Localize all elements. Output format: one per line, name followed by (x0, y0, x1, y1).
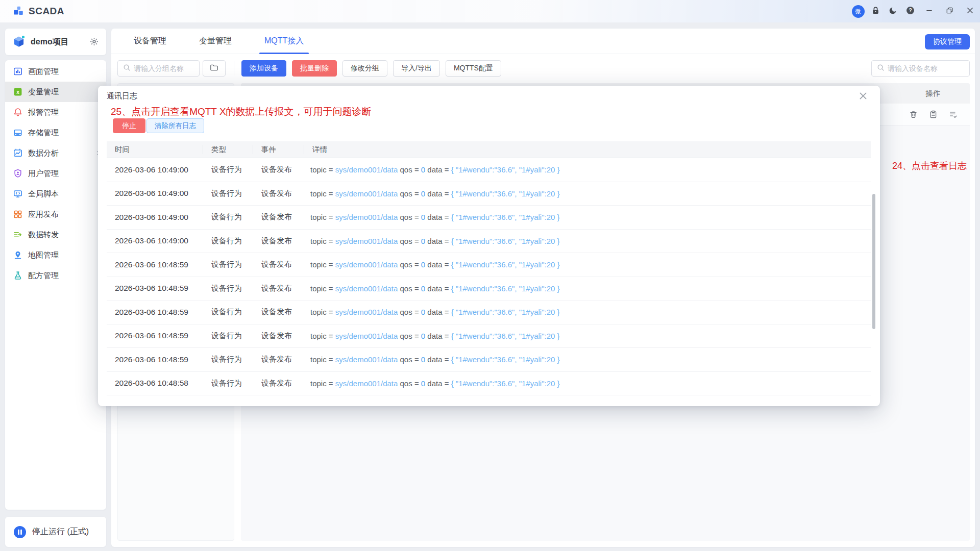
svg-text:?: ? (909, 7, 912, 13)
log-time: 2026-03-06 10:49:00 (107, 213, 203, 222)
sidebar-item-recipe[interactable]: 配方管理 (5, 265, 106, 286)
log-detail: topic = sys/demo001/data qos = 0 data = … (304, 355, 871, 364)
tab-mqtt-access[interactable]: MQTT接入 (262, 29, 306, 54)
project-card: demo项目 (5, 29, 106, 55)
log-col-header: 事件 (253, 145, 304, 154)
log-type: 设备行为 (203, 379, 253, 388)
toolbar-button-3[interactable]: 导入/导出 (393, 60, 440, 77)
screen-icon (13, 67, 22, 76)
titlebar: SCADA 微 ? (0, 0, 980, 22)
device-search-input[interactable] (888, 64, 964, 72)
sidebar-item-alarm[interactable]: 报警管理 (5, 102, 106, 122)
log-detail-segment: data = (425, 165, 451, 174)
stop-log-button[interactable]: 停止 (113, 118, 145, 133)
app-title: SCADA (29, 6, 64, 17)
log-detail: topic = sys/demo001/data qos = 0 data = … (304, 260, 871, 269)
device-search (871, 60, 970, 77)
sidebar-item-user[interactable]: 用户管理 (5, 163, 106, 184)
app-window: SCADA 微 ? demo项目 画面管理x变量管理报警管理存储管理数据分析用户… (0, 0, 980, 551)
log-detail-segment: { "1#wendu":"36.6", "1#yali":20 } (451, 260, 560, 269)
log-table-row: 2026-03-06 10:48:59设备行为设备发布topic = sys/d… (107, 300, 871, 324)
scada-logo-icon (13, 6, 23, 16)
log-detail-segment: topic = (310, 284, 335, 293)
group-folder-button[interactable] (203, 60, 226, 77)
group-search-input[interactable] (134, 64, 194, 72)
project-settings-gear-icon[interactable] (90, 37, 99, 46)
modal-close-button[interactable] (857, 91, 869, 103)
sidebar-item-screen[interactable]: 画面管理 (5, 61, 106, 82)
theme-button[interactable] (884, 0, 901, 22)
sidebar-item-forward[interactable]: 数据转发 (5, 224, 106, 245)
log-detail: topic = sys/demo001/data qos = 0 data = … (304, 332, 871, 340)
log-detail: topic = sys/demo001/data qos = 0 data = … (304, 284, 871, 293)
help-button[interactable]: ? (901, 0, 919, 22)
log-detail-segment: sys/demo001/data (335, 379, 398, 388)
toolbar-divider (234, 61, 234, 76)
view-log-icon[interactable] (949, 110, 958, 119)
sidebar-item-label: 地图管理 (28, 251, 59, 260)
sidebar-item-map[interactable]: 地图管理 (5, 245, 106, 265)
log-time: 2026-03-06 10:49:00 (107, 165, 203, 174)
runtime-status[interactable]: 停止运行 (正式) (5, 517, 106, 547)
log-detail-segment: topic = (310, 332, 335, 340)
minimize-button[interactable] (919, 0, 939, 22)
log-detail-segment: { "1#wendu":"36.6", "1#yali":20 } (451, 308, 560, 316)
log-detail-segment: data = (425, 213, 451, 221)
log-event: 设备发布 (253, 331, 304, 341)
log-detail-segment: data = (425, 284, 451, 293)
toolbar-button-2[interactable]: 修改分组 (342, 60, 387, 77)
log-type: 设备行为 (203, 307, 253, 317)
log-detail-segment: 0 (421, 260, 425, 269)
sidebar-item-variable[interactable]: x变量管理 (5, 82, 106, 102)
log-detail-segment: qos = (398, 189, 421, 198)
toolbar-button-1[interactable]: 批量删除 (292, 60, 337, 77)
tab-variable-manage[interactable]: 变量管理 (197, 29, 234, 54)
storage-icon (13, 128, 22, 137)
close-window-button[interactable] (960, 0, 980, 22)
log-detail-segment: 0 (421, 379, 425, 388)
log-time: 2026-03-06 10:48:59 (107, 260, 203, 269)
delete-device-icon[interactable] (909, 110, 918, 119)
log-detail-segment: data = (425, 355, 451, 364)
close-icon (966, 7, 974, 16)
log-time: 2026-03-06 10:48:59 (107, 331, 203, 340)
log-detail-segment: topic = (310, 379, 335, 388)
log-detail: topic = sys/demo001/data qos = 0 data = … (304, 165, 871, 174)
sidebar-item-label: 存储管理 (28, 128, 59, 138)
clear-all-logs-button[interactable]: 清除所有日志 (146, 118, 204, 133)
sidebar-item-analysis[interactable]: 数据分析 (5, 143, 106, 163)
search-icon (123, 64, 131, 73)
log-type: 设备行为 (203, 212, 253, 222)
analysis-icon (13, 148, 22, 158)
pause-circle-icon (13, 525, 27, 539)
maximize-button[interactable] (939, 0, 960, 22)
tab-device-manage[interactable]: 设备管理 (132, 29, 168, 54)
log-detail-segment: sys/demo001/data (335, 237, 398, 245)
lock-button[interactable] (867, 0, 884, 22)
log-detail-segment: sys/demo001/data (335, 308, 398, 316)
toolbar-button-4[interactable]: MQTTS配置 (446, 60, 501, 77)
log-detail-segment: qos = (398, 379, 421, 388)
sidebar-item-publish[interactable]: 应用发布 (5, 204, 106, 224)
protocol-manage-button[interactable]: 协议管理 (925, 34, 970, 49)
log-detail-segment: topic = (310, 308, 335, 316)
log-detail-segment: 0 (421, 355, 425, 364)
log-event: 设备发布 (253, 379, 304, 388)
sidebar-item-storage[interactable]: 存储管理 (5, 122, 106, 143)
wechat-button[interactable]: 微 (849, 0, 867, 22)
sidebar-item-label: 画面管理 (28, 67, 59, 77)
sidebar-item-script[interactable]: 全局脚本 (5, 184, 106, 204)
log-type: 设备行为 (203, 236, 253, 246)
log-detail: topic = sys/demo001/data qos = 0 data = … (304, 189, 871, 198)
toolbar-button-0[interactable]: 添加设备 (241, 60, 286, 77)
minimize-icon (925, 7, 933, 16)
log-detail-segment: sys/demo001/data (335, 355, 398, 364)
project-cube-icon (12, 35, 26, 48)
publish-icon (13, 210, 22, 219)
log-type: 设备行为 (203, 284, 253, 293)
log-table-scrollbar[interactable] (872, 194, 875, 329)
sidebar-item-label: 配方管理 (28, 271, 59, 281)
lock-icon (871, 6, 880, 17)
copy-device-icon[interactable] (929, 110, 938, 119)
log-time: 2026-03-06 10:48:59 (107, 284, 203, 293)
